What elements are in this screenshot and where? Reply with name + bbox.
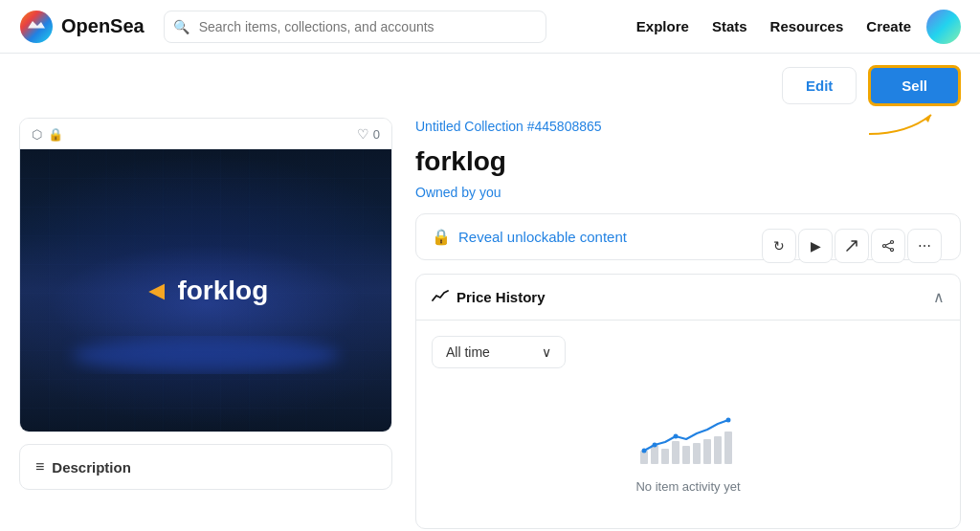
svg-rect-14 — [693, 443, 701, 464]
share-button[interactable] — [871, 229, 905, 263]
svg-rect-10 — [651, 445, 658, 464]
svg-rect-12 — [672, 441, 679, 464]
search-icon: 🔍 — [173, 19, 189, 34]
owned-by-label: Owned by — [415, 185, 479, 200]
left-panel: ⬡ 🔒 ♡ 0 — [19, 118, 392, 519]
nav-stats[interactable]: Stats — [712, 18, 747, 34]
nav-create[interactable]: Create — [866, 18, 911, 34]
no-activity-chart — [635, 403, 741, 472]
nft-card-header: ⬡ 🔒 ♡ 0 — [20, 119, 391, 149]
svg-point-5 — [883, 245, 886, 248]
sell-button[interactable]: Sell — [868, 65, 961, 106]
card-header-left: ⬡ 🔒 — [32, 127, 63, 142]
svg-rect-11 — [661, 449, 669, 464]
svg-point-3 — [72, 338, 340, 372]
owned-by: Owned by you — [415, 185, 961, 200]
main-content: ⬡ 🔒 ♡ 0 — [0, 118, 980, 531]
edit-button[interactable]: Edit — [782, 67, 857, 104]
more-options-button[interactable]: ⋯ — [907, 229, 942, 263]
nft-image: ◄ forklog — [20, 149, 391, 431]
trend-icon — [432, 289, 449, 305]
description-label: Description — [52, 459, 131, 476]
refresh-button[interactable]: ↻ — [762, 229, 796, 263]
svg-point-20 — [674, 434, 679, 439]
chevron-down-icon: ∨ — [542, 344, 551, 360]
right-panel-header: Untitled Collection #445808865 — [415, 118, 961, 135]
description-section[interactable]: ≡ Description — [19, 444, 392, 490]
description-icon: ≡ — [35, 458, 44, 476]
trend-chart-icon — [432, 289, 449, 302]
price-history-body: All time ∨ — [416, 321, 960, 528]
svg-point-6 — [891, 249, 894, 252]
svg-rect-15 — [703, 439, 711, 464]
logo-text: OpenSea — [61, 15, 145, 37]
svg-point-19 — [653, 443, 657, 448]
owned-by-value[interactable]: you — [479, 185, 501, 200]
nav-links: Explore Stats Resources Create — [636, 18, 911, 34]
like-count: 0 — [373, 127, 380, 142]
svg-point-18 — [642, 449, 647, 454]
share-icon — [881, 239, 895, 253]
price-history-section: Price History ∧ All time ∨ — [415, 274, 961, 529]
collection-link[interactable]: Untitled Collection #445808865 — [415, 119, 602, 134]
price-history-collapse-button[interactable]: ∧ — [933, 288, 945, 306]
play-button[interactable]: ▶ — [798, 229, 833, 263]
time-filter-dropdown[interactable]: All time ∨ — [432, 336, 566, 368]
forklog-title-text: forklog — [177, 276, 268, 306]
no-activity-label: No item activity yet — [635, 479, 740, 494]
price-history-title: Price History — [432, 289, 546, 305]
header: OpenSea 🔍 Explore Stats Resources Create — [0, 0, 980, 54]
svg-rect-17 — [724, 431, 732, 464]
nft-card: ⬡ 🔒 ♡ 0 — [19, 118, 392, 432]
nav-explore[interactable]: Explore — [636, 18, 689, 34]
logo[interactable]: OpenSea — [19, 10, 145, 44]
lock-icon-small: 🔒 — [48, 127, 63, 142]
nft-glow — [62, 336, 349, 374]
avatar[interactable] — [926, 10, 961, 44]
external-link-button[interactable] — [835, 229, 869, 263]
forklog-logo: ◄ forklog — [144, 276, 269, 306]
external-link-icon — [845, 239, 858, 253]
pin-icon: ⬡ — [32, 127, 42, 142]
time-filter-value: All time — [446, 344, 490, 360]
forklog-arrow-icon: ◄ — [144, 276, 170, 306]
svg-rect-16 — [714, 436, 722, 464]
lock-icon: 🔒 — [432, 228, 451, 246]
search-bar[interactable]: 🔍 — [164, 11, 546, 43]
svg-rect-13 — [682, 446, 690, 464]
card-header-right: ♡ 0 — [357, 126, 380, 142]
search-input[interactable] — [164, 11, 546, 43]
heart-icon[interactable]: ♡ — [357, 126, 369, 142]
chart-area: No item activity yet — [432, 384, 945, 513]
action-bar: Edit Sell — [0, 54, 980, 118]
action-icons-row: ↻ ▶ ⋯ — [762, 229, 942, 263]
opensea-logo-icon — [19, 10, 54, 44]
unlockable-label: Reveal unlockable content — [458, 229, 627, 245]
svg-line-8 — [885, 247, 890, 249]
nav-resources[interactable]: Resources — [770, 18, 844, 34]
svg-point-4 — [891, 241, 894, 244]
svg-line-7 — [885, 243, 890, 245]
nft-title: forklog — [415, 146, 961, 177]
price-history-header: Price History ∧ — [416, 275, 960, 321]
price-history-label-text: Price History — [457, 289, 546, 305]
right-panel: ↻ ▶ ⋯ Untitled Collection #445808865 — [415, 118, 961, 519]
svg-point-21 — [726, 418, 731, 423]
